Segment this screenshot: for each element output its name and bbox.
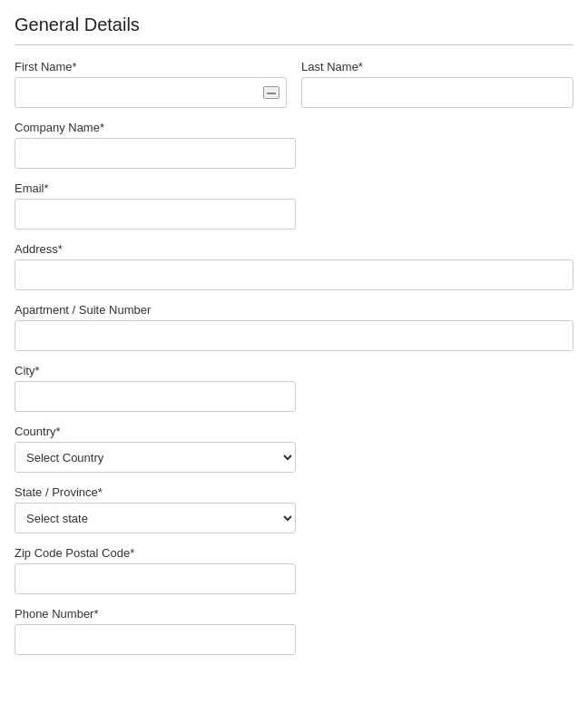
first-name-label: First Name* bbox=[15, 60, 287, 73]
address-input[interactable] bbox=[15, 259, 573, 290]
city-label: City* bbox=[15, 364, 296, 377]
address-label: Address* bbox=[15, 242, 573, 256]
company-name-label: Company Name* bbox=[15, 121, 296, 134]
last-name-label: Last Name* bbox=[301, 60, 573, 73]
first-name-input[interactable] bbox=[15, 77, 287, 108]
city-input[interactable] bbox=[15, 381, 296, 412]
apartment-input[interactable] bbox=[15, 320, 573, 351]
email-input[interactable] bbox=[15, 199, 296, 230]
last-name-input[interactable] bbox=[301, 77, 573, 108]
zip-label: Zip Code Postal Code* bbox=[15, 546, 296, 560]
phone-label: Phone Number* bbox=[15, 607, 296, 621]
country-select[interactable]: Select Country United States Canada Unit… bbox=[15, 442, 296, 473]
email-label: Email* bbox=[15, 181, 296, 195]
phone-input[interactable] bbox=[15, 624, 296, 655]
company-name-input[interactable] bbox=[15, 138, 296, 169]
country-label: Country* bbox=[15, 425, 296, 438]
zip-input[interactable] bbox=[15, 563, 296, 594]
card-icon bbox=[263, 86, 279, 99]
state-select[interactable]: Select state Alabama Alaska Arizona Cali… bbox=[15, 503, 296, 533]
state-label: State / Province* bbox=[15, 485, 296, 499]
section-title: General Details bbox=[15, 15, 573, 45]
apartment-label: Apartment / Suite Number bbox=[15, 303, 573, 317]
